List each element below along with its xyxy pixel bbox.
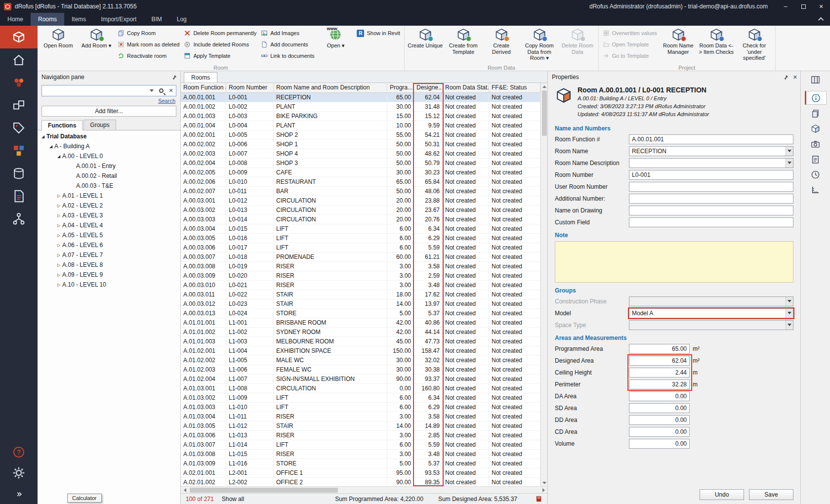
area-input[interactable]: 0.00 — [629, 403, 690, 413]
table-row[interactable]: A.00.03.001 L0-012 CIRCULATION 20.00 23.… — [181, 196, 540, 206]
pin-icon[interactable] — [783, 74, 789, 81]
include-deleted-rooms-button[interactable]: Include deleted Rooms — [182, 40, 258, 49]
show-all-link[interactable]: Show all — [222, 496, 244, 503]
dropdown-icon[interactable] — [786, 147, 793, 156]
tree-item[interactable]: ▷ A.07 - LEVEL 7 — [38, 250, 180, 260]
tree-item[interactable]: ▷ A.09 - LEVEL 9 — [38, 270, 180, 280]
table-row[interactable]: A.00.03.003 L0-014 CIRCULATION 20.00 20.… — [181, 215, 540, 224]
copy-room-button[interactable]: Copy Room — [116, 29, 181, 38]
property-select[interactable] — [629, 296, 793, 306]
property-select[interactable]: Model A — [629, 308, 793, 318]
property-input[interactable] — [629, 182, 793, 192]
search-button[interactable] — [156, 85, 166, 96]
tree-arrow-icon[interactable]: ▷ — [55, 223, 62, 228]
rooms-tab[interactable]: Rooms — [184, 72, 217, 83]
table-row[interactable]: A.00.03.002 L0-013 CIRCULATION 20.00 23.… — [181, 206, 540, 215]
table-row[interactable]: A.02.01.001 L2-001 OFFICE 1 95.00 93.53 … — [181, 468, 540, 478]
table-row[interactable]: A.01.03.009 L1-016 STORE 5.00 5.37 Not c… — [181, 459, 540, 468]
column-header-ffe-status[interactable]: FF&E: Status — [489, 83, 540, 92]
clear-search-button[interactable]: ✕ — [166, 85, 176, 96]
table-row[interactable]: A.01.01.003 L1-003 MELBOURNE ROOM 45.00 … — [181, 337, 540, 346]
check-under-specified-button[interactable]: Check for 'under specified' — [736, 27, 773, 64]
sidebar-hierarchy-module[interactable] — [0, 208, 38, 230]
mark-room-deleted-button[interactable]: Mark room as deleted — [116, 40, 181, 49]
delete-room-data-button[interactable]: Delete Room Data — [559, 27, 596, 64]
tree-item[interactable]: ◢ Trial Database — [38, 131, 180, 141]
settings-button[interactable] — [0, 462, 38, 483]
property-select[interactable] — [629, 320, 793, 330]
sidebar-tags-module[interactable] — [0, 117, 38, 139]
navigation-tab[interactable]: Groups — [83, 120, 116, 130]
sidebar-home-module[interactable] — [0, 48, 38, 71]
dropdown-icon[interactable] — [786, 321, 793, 330]
ribbon-tab[interactable]: Items — [64, 13, 93, 26]
horizontal-scrollbar-thumb[interactable] — [190, 488, 338, 493]
table-row[interactable]: A.01.03.004 L1-011 RISER 3.00 3.58 Not c… — [181, 412, 540, 421]
tree-item[interactable]: ◢ A.00 - LEVEL 0 — [38, 151, 180, 161]
table-row[interactable]: A.01.02.001 L1-004 EXHIBITION SPACE 150.… — [181, 346, 540, 356]
add-filter-button[interactable]: Add filter... — [42, 106, 176, 117]
table-row[interactable]: A.00.02.004 L0-008 SHOP 3 50.00 50.79 No… — [181, 159, 540, 168]
scroll-up-icon[interactable] — [541, 83, 547, 90]
table-row[interactable]: A.00.01.004 L0-004 PLANT 10.00 9.59 Not … — [181, 121, 540, 130]
reactivate-room-button[interactable]: Reactivate room — [116, 51, 181, 60]
dropdown-icon[interactable] — [786, 309, 793, 318]
tree-arrow-icon[interactable]: ▷ — [55, 204, 62, 208]
column-header-programmed[interactable]: Progra... — [387, 83, 414, 92]
area-input[interactable]: 0.00 — [629, 415, 690, 425]
area-input[interactable]: 0.00 — [629, 391, 690, 401]
table-row[interactable]: A.00.02.003 L0-007 SHOP 4 50.00 48.62 No… — [181, 149, 540, 159]
copy-room-data-button[interactable]: Copy Room Data from Room ▾ — [521, 27, 558, 64]
create-unique-button[interactable]: Create Unique — [407, 27, 444, 64]
model-tool[interactable] — [805, 122, 827, 135]
dropdown-icon[interactable] — [786, 159, 793, 168]
table-row[interactable]: A.00.03.004 L0-015 LIFT 6.00 6.34 Not cr… — [181, 224, 540, 234]
table-row[interactable]: A.00.03.012 L0-023 STAIR 14.00 13.97 Not… — [181, 299, 540, 309]
tree-arrow-icon[interactable]: ◢ — [47, 144, 54, 149]
column-header-room-data-status[interactable]: Room Data Stat... — [443, 83, 489, 92]
table-row[interactable]: A.00.02.006 L0-010 RESTAURANT 65.00 65.8… — [181, 177, 540, 187]
tree-arrow-icon[interactable]: ◢ — [55, 154, 62, 159]
open-room-button[interactable]: Open Room — [40, 27, 77, 64]
link-to-documents-button[interactable]: Link to documents — [259, 51, 316, 60]
help-button[interactable]: ? — [0, 442, 38, 462]
sidebar-rooms-module[interactable] — [0, 26, 38, 48]
tree-arrow-icon[interactable]: ▷ — [55, 194, 62, 198]
table-row[interactable]: A.00.03.013 L0-024 STORE 5.00 5.37 Not c… — [181, 309, 540, 318]
log-book-icon[interactable] — [535, 495, 542, 503]
sidebar-products-module[interactable] — [0, 94, 38, 117]
table-row[interactable]: A.00.02.001 L0-005 SHOP 2 55.00 54.21 No… — [181, 130, 540, 140]
table-row[interactable]: A.01.02.004 L1-007 SIGN-IN/SMALL EXHIBIT… — [181, 375, 540, 384]
table-row[interactable]: A.01.03.008 L1-015 RISER 3.00 3.48 Not c… — [181, 450, 540, 459]
tree-arrow-icon[interactable]: ◢ — [40, 134, 46, 139]
sidebar-data-module[interactable] — [0, 162, 38, 185]
tree-arrow-icon[interactable]: ▷ — [55, 243, 62, 248]
maximize-button[interactable] — [794, 0, 812, 13]
table-row[interactable]: A.00.03.009 L0-020 RISER 3.00 2.59 Not c… — [181, 271, 540, 281]
property-input[interactable] — [629, 206, 793, 215]
sidebar-reports-module[interactable] — [0, 185, 38, 208]
apply-template-button[interactable]: Apply Template — [182, 51, 258, 60]
collapse-ribbon-icon[interactable] — [813, 13, 830, 26]
tree-item[interactable]: ▷ A.05 - LEVEL 5 — [38, 230, 180, 240]
table-row[interactable]: A.02.01.002 L2-002 OFFICE 2 90.00 89.35 … — [181, 478, 540, 486]
table-row[interactable]: A.01.01.002 L1-002 SYDNEY ROOM 42.00 44.… — [181, 328, 540, 337]
create-from-template-button[interactable]: Create from Template — [445, 27, 482, 64]
documents-tool[interactable] — [805, 106, 827, 120]
room-name-manager-button[interactable]: Room Name Manager — [660, 27, 697, 64]
tree-arrow-icon[interactable]: ▷ — [55, 253, 62, 257]
open-template-button[interactable]: Open Template — [601, 40, 659, 49]
table-row[interactable]: A.01.03.007 L1-014 LIFT 6.00 5.59 Not cr… — [181, 440, 540, 450]
property-input[interactable]: A.00.01.001 — [629, 134, 793, 144]
add-room-button[interactable]: Add Room ▾ — [78, 27, 115, 64]
expand-sidebar-button[interactable]: » — [0, 483, 38, 504]
area-input[interactable]: 0.00 — [629, 439, 690, 449]
horizontal-scrollbar[interactable] — [181, 486, 547, 493]
table-row[interactable]: A.01.02.002 L1-005 MALE WC 30.00 32.02 N… — [181, 356, 540, 365]
scroll-down-icon[interactable] — [541, 479, 547, 486]
room-data-item-checks-button[interactable]: Room Data <-> Item Checks — [698, 27, 735, 64]
ribbon-tab[interactable]: Home — [0, 13, 31, 26]
vertical-scrollbar-thumb[interactable] — [542, 90, 547, 136]
minimize-button[interactable]: ─ — [777, 0, 794, 13]
column-header-room-number[interactable]: Room Number — [226, 83, 274, 92]
